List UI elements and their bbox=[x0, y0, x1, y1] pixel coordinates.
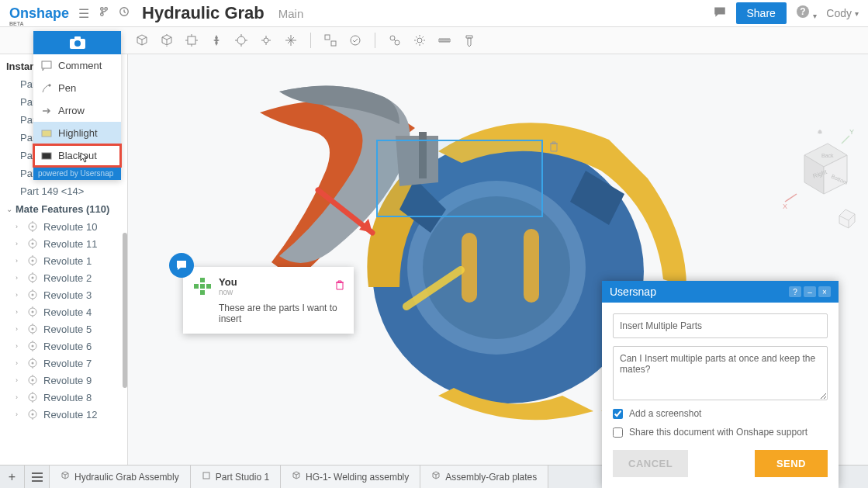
usersnap-send-button[interactable]: SEND bbox=[755, 450, 828, 477]
tree-item[interactable]: Part 149 <14> bbox=[0, 182, 127, 200]
annotation-tool-menu: Comment Pen Arrow Highlight Blackout pow… bbox=[33, 31, 121, 180]
gear-icon[interactable] bbox=[411, 32, 428, 49]
user-avatar-icon bbox=[192, 276, 213, 296]
tab-assembly[interactable]: Hydraulic Grab Assembly bbox=[50, 466, 191, 488]
feature-item[interactable]: ›Revolute 6 bbox=[0, 337, 127, 355]
screw-icon[interactable] bbox=[461, 32, 478, 49]
cursor-icon bbox=[80, 152, 89, 163]
camera-icon bbox=[68, 36, 87, 50]
annotation-pen[interactable]: Pen bbox=[33, 77, 121, 99]
highlight-annotation[interactable] bbox=[399, 264, 469, 314]
transform-icon[interactable] bbox=[158, 32, 175, 49]
svg-point-27 bbox=[32, 345, 34, 348]
chevron-right-icon: › bbox=[16, 359, 22, 367]
group-icon[interactable] bbox=[322, 32, 339, 49]
svg-point-31 bbox=[32, 379, 34, 382]
revolute-icon bbox=[26, 289, 39, 301]
mate-icon[interactable] bbox=[183, 32, 200, 49]
planar-mate-icon[interactable] bbox=[282, 32, 299, 49]
part-tab-icon bbox=[202, 471, 211, 483]
revolute-icon bbox=[26, 357, 39, 369]
svg-rect-7 bbox=[331, 41, 336, 46]
slider-mate-icon[interactable] bbox=[258, 32, 275, 49]
menu-icon[interactable]: ☰ bbox=[78, 6, 89, 21]
screenshot-checkbox-input[interactable] bbox=[613, 409, 623, 419]
svg-point-11 bbox=[417, 38, 422, 43]
chat-icon[interactable] bbox=[713, 5, 727, 22]
usersnap-message-input[interactable] bbox=[613, 346, 828, 400]
feature-item[interactable]: ›Revolute 10 bbox=[0, 218, 127, 235]
tab-list-button[interactable] bbox=[25, 466, 50, 488]
chevron-down-icon: ⌄ bbox=[6, 205, 12, 213]
revolute-mate-icon[interactable] bbox=[233, 32, 250, 49]
fastened-mate-icon[interactable] bbox=[208, 32, 225, 49]
annotation-arrow[interactable]: Arrow bbox=[33, 99, 121, 122]
annotation-blackout[interactable]: Blackout bbox=[33, 144, 121, 167]
tab-part-studio[interactable]: Part Studio 1 bbox=[191, 466, 281, 488]
svg-point-33 bbox=[32, 396, 34, 399]
comment-card: You now These are the parts I want to in… bbox=[183, 267, 354, 334]
chevron-right-icon: › bbox=[16, 240, 22, 247]
usersnap-cancel-button[interactable]: CANCEL bbox=[613, 450, 688, 477]
tab-grab-plates[interactable]: Assembly-Grab plates bbox=[420, 466, 548, 488]
logo: Onshape BETA bbox=[9, 5, 69, 22]
svg-point-4 bbox=[237, 36, 245, 44]
svg-rect-52 bbox=[42, 130, 51, 137]
svg-rect-56 bbox=[206, 284, 211, 289]
svg-point-21 bbox=[32, 294, 34, 296]
delete-selection-icon[interactable] bbox=[548, 141, 559, 154]
tab-welding[interactable]: HG-1- Welding assembly bbox=[281, 466, 420, 488]
feature-item[interactable]: ›Revolute 2 bbox=[0, 269, 127, 286]
usersnap-share-checkbox[interactable]: Share this document with Onshape support bbox=[613, 427, 828, 438]
feature-item[interactable]: ›Revolute 1 bbox=[0, 252, 127, 269]
branch-icon[interactable] bbox=[99, 6, 109, 20]
mate-features-group[interactable]: ⌄ Mate Features (110) bbox=[0, 200, 127, 218]
feature-item[interactable]: ›Revolute 8 bbox=[0, 389, 127, 406]
scrollbar-thumb[interactable] bbox=[123, 233, 127, 388]
revolute-icon bbox=[26, 254, 39, 267]
feature-item[interactable]: ›Revolute 12 bbox=[0, 406, 127, 423]
svg-rect-58 bbox=[200, 284, 205, 289]
feature-item[interactable]: ›Revolute 4 bbox=[0, 303, 127, 320]
usersnap-minimize-icon[interactable]: – bbox=[804, 286, 816, 297]
svg-point-35 bbox=[32, 414, 34, 416]
feature-item[interactable]: ›Revolute 5 bbox=[0, 320, 127, 337]
share-checkbox-input[interactable] bbox=[613, 427, 623, 438]
usersnap-close-icon[interactable]: × bbox=[818, 286, 831, 297]
annotation-highlight[interactable]: Highlight bbox=[33, 122, 121, 144]
connector-icon[interactable] bbox=[347, 32, 364, 49]
add-tab-button[interactable]: + bbox=[0, 466, 25, 488]
rack-icon[interactable] bbox=[436, 32, 453, 49]
feature-item[interactable]: ›Revolute 3 bbox=[0, 286, 127, 303]
comment-pin[interactable] bbox=[169, 253, 194, 278]
revolute-icon bbox=[26, 220, 39, 233]
help-icon[interactable]: ? ▾ bbox=[796, 5, 817, 22]
delete-comment-icon[interactable] bbox=[335, 280, 344, 292]
pen-icon bbox=[41, 83, 52, 94]
annotation-menu-footer: powered by Usersnap bbox=[33, 167, 121, 180]
feature-item[interactable]: ›Revolute 9 bbox=[0, 372, 127, 389]
history-icon[interactable] bbox=[119, 6, 130, 20]
svg-rect-55 bbox=[194, 284, 199, 289]
svg-point-29 bbox=[32, 362, 34, 365]
assembly-tab-icon bbox=[292, 471, 301, 483]
feature-item[interactable]: ›Revolute 11 bbox=[0, 235, 127, 252]
relation-icon[interactable] bbox=[386, 32, 403, 49]
revolute-icon bbox=[26, 272, 39, 284]
chevron-right-icon: › bbox=[16, 223, 22, 230]
annotation-comment[interactable]: Comment bbox=[33, 54, 121, 77]
selection-rectangle[interactable] bbox=[376, 140, 543, 217]
arrow-annotation[interactable] bbox=[314, 186, 388, 248]
insert-icon[interactable] bbox=[133, 32, 150, 49]
svg-rect-54 bbox=[200, 278, 205, 282]
revolute-icon bbox=[26, 374, 39, 386]
usersnap-screenshot-checkbox[interactable]: Add a screenshot bbox=[613, 408, 828, 419]
usersnap-subject-input[interactable] bbox=[613, 313, 828, 338]
revolute-icon bbox=[26, 408, 39, 421]
feature-item[interactable]: ›Revolute 7 bbox=[0, 355, 127, 372]
usersnap-help-icon[interactable]: ? bbox=[789, 286, 801, 297]
share-button[interactable]: Share bbox=[736, 2, 787, 24]
user-menu[interactable]: Cody▾ bbox=[826, 7, 859, 19]
svg-rect-3 bbox=[188, 36, 195, 44]
svg-rect-57 bbox=[200, 290, 205, 295]
